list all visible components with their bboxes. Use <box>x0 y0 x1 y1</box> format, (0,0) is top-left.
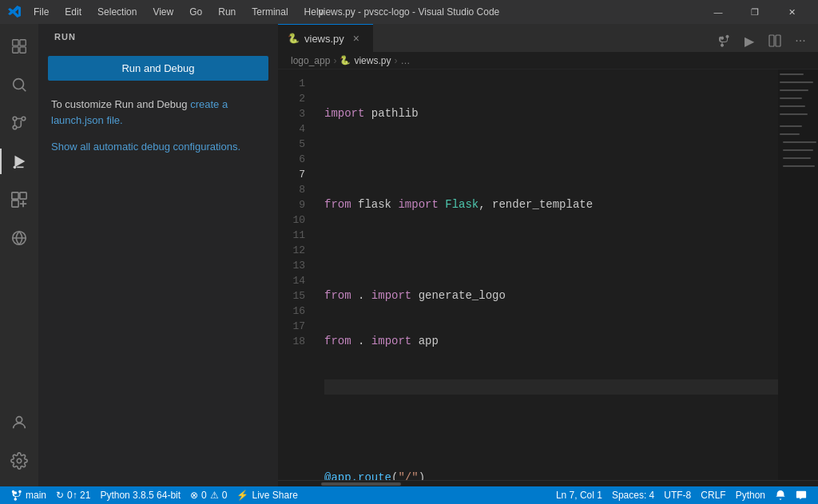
python-file-icon: 🐍 <box>288 33 300 44</box>
status-bar: main ↻ 0↑ 21 Python 3.8.5 64-bit ⊗ 0 ⚠ 0… <box>0 486 818 504</box>
svg-rect-27 <box>780 133 800 135</box>
sidebar-item-source-control[interactable] <box>0 104 38 142</box>
run-file-button[interactable]: ▶ <box>738 30 760 52</box>
line-num-16: 16 <box>278 304 305 319</box>
line-num-8: 8 <box>278 182 305 197</box>
more-actions-button[interactable]: ··· <box>789 30 812 52</box>
breadcrumb-logo-app[interactable]: logo_app <box>291 55 330 66</box>
spaces-status[interactable]: Spaces: 4 <box>607 486 659 504</box>
run-and-debug-button[interactable]: Run and Debug <box>48 56 268 81</box>
branch-button[interactable] <box>713 30 735 52</box>
sync-status[interactable]: ↻ 0↑ 21 <box>51 486 95 504</box>
sidebar-desc-text: To customize Run and Debug <box>51 98 188 110</box>
python-status[interactable]: Python 3.8.5 64-bit <box>95 486 185 504</box>
branch-status[interactable]: main <box>6 486 51 504</box>
svg-rect-19 <box>776 35 780 46</box>
titlebar-left: File Edit Selection View Go Run Terminal… <box>8 5 330 19</box>
horizontal-scrollbar[interactable] <box>278 480 818 486</box>
split-editor-button[interactable] <box>764 30 786 52</box>
svg-marker-9 <box>15 156 26 168</box>
line-num-13: 13 <box>278 258 305 273</box>
sidebar-description: To customize Run and Debug create a laun… <box>38 87 278 137</box>
sidebar-show-rest: all automatic debug configurations. <box>80 141 240 153</box>
titlebar-controls: — ❐ ✕ <box>700 0 810 24</box>
maximize-button[interactable]: ❐ <box>737 0 773 24</box>
code-editor[interactable]: 1 2 3 4 5 6 7 8 9 10 11 12 13 14 15 16 1… <box>278 69 818 480</box>
menu-run[interactable]: Run <box>212 5 242 19</box>
encoding-text: UTF-8 <box>664 490 691 501</box>
editor-area: 🐍 views.py × ▶ ··· <box>278 24 818 486</box>
breadcrumb-python-icon: 🐍 <box>340 55 351 65</box>
code-line-8 <box>324 425 778 440</box>
language-text: Python <box>736 490 765 501</box>
scroll-thumb[interactable] <box>321 482 401 486</box>
code-content[interactable]: import pathlib from flask import Flask, … <box>318 69 778 480</box>
spaces-text: Spaces: 4 <box>612 490 654 501</box>
svg-rect-1 <box>20 40 26 46</box>
tab-views-py[interactable]: 🐍 views.py × <box>278 24 373 52</box>
sync-icon: ↻ <box>56 490 64 501</box>
sidebar-panel: RUN Run and Debug To customize Run and D… <box>38 24 278 486</box>
code-line-2 <box>324 152 778 167</box>
svg-rect-21 <box>780 81 813 83</box>
sidebar-item-run[interactable] <box>0 142 38 181</box>
breadcrumb-sep-1: › <box>333 55 336 66</box>
error-icon: ⊗ <box>190 490 198 501</box>
menu-edit[interactable]: Edit <box>58 5 88 19</box>
sidebar-item-search[interactable] <box>0 65 38 104</box>
accounts-icon[interactable] <box>0 403 38 442</box>
svg-line-5 <box>22 88 26 91</box>
breadcrumb-views-py[interactable]: views.py <box>354 55 391 66</box>
menu-terminal[interactable]: Terminal <box>245 5 294 19</box>
language-status[interactable]: Python <box>731 486 770 504</box>
svg-rect-20 <box>780 73 804 75</box>
code-line-3: from flask import Flask, render_template <box>324 197 778 212</box>
line-num-4: 4 <box>278 121 305 137</box>
line-ending-status[interactable]: CRLF <box>696 486 730 504</box>
svg-rect-26 <box>780 125 802 127</box>
svg-point-8 <box>13 125 17 129</box>
encoding-status[interactable]: UTF-8 <box>659 486 696 504</box>
settings-icon[interactable] <box>0 442 38 480</box>
menu-file[interactable]: File <box>27 5 55 19</box>
errors-status[interactable]: ⊗ 0 ⚠ 0 <box>185 486 232 504</box>
line-num-1: 1 <box>278 76 305 91</box>
svg-point-17 <box>17 458 22 463</box>
svg-point-10 <box>14 166 17 169</box>
minimize-button[interactable]: — <box>700 0 737 24</box>
activity-bar-bottom <box>0 403 38 486</box>
feedback-status[interactable] <box>791 486 812 504</box>
close-button[interactable]: ✕ <box>773 0 810 24</box>
menu-view[interactable]: View <box>146 5 180 19</box>
line-num-18: 18 <box>278 334 305 349</box>
line-num-15: 15 <box>278 288 305 304</box>
svg-rect-18 <box>769 35 774 46</box>
svg-point-6 <box>13 117 17 121</box>
live-share-status[interactable]: ⚡ Live Share <box>232 486 302 504</box>
svg-rect-14 <box>12 200 18 207</box>
live-share-icon: ⚡ <box>236 490 248 501</box>
main-layout: RUN Run and Debug To customize Run and D… <box>0 24 818 486</box>
menu-go[interactable]: Go <box>183 5 208 19</box>
sidebar-item-extensions[interactable] <box>0 181 38 219</box>
sidebar-item-remote[interactable] <box>0 219 38 257</box>
svg-rect-2 <box>13 47 18 53</box>
line-num-10: 10 <box>278 212 305 228</box>
breadcrumb-ellipsis[interactable]: … <box>400 55 410 66</box>
show-configurations-link[interactable]: Show <box>51 141 77 153</box>
svg-point-7 <box>22 117 26 121</box>
line-num-2: 2 <box>278 91 305 106</box>
menu-selection[interactable]: Selection <box>91 5 143 19</box>
activity-bar <box>0 24 38 486</box>
cursor-position[interactable]: Ln 7, Col 1 <box>551 486 607 504</box>
svg-rect-25 <box>780 113 808 115</box>
svg-rect-31 <box>783 165 815 167</box>
svg-point-16 <box>16 417 22 423</box>
svg-rect-28 <box>783 141 816 143</box>
titlebar-menu: File Edit Selection View Go Run Terminal… <box>27 5 330 19</box>
notifications-status[interactable] <box>770 486 791 504</box>
sidebar-item-explorer[interactable] <box>0 27 38 65</box>
svg-rect-13 <box>20 192 26 199</box>
sidebar-header: RUN <box>38 24 278 50</box>
tab-close-button[interactable]: × <box>349 31 363 46</box>
